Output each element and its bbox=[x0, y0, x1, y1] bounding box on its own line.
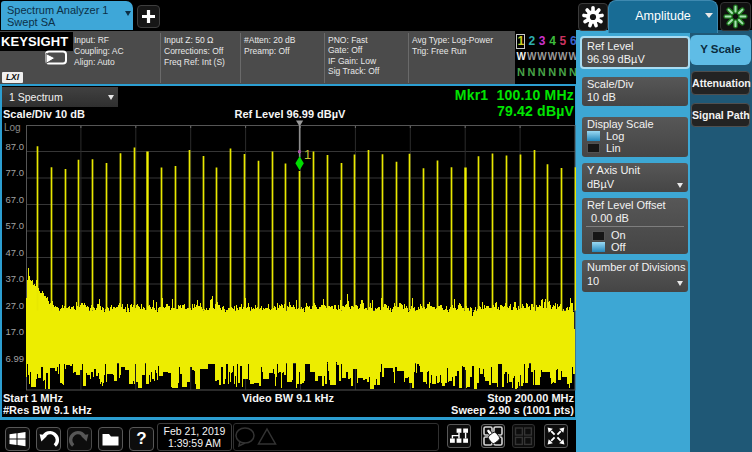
svg-text:1: 1 bbox=[304, 147, 311, 162]
